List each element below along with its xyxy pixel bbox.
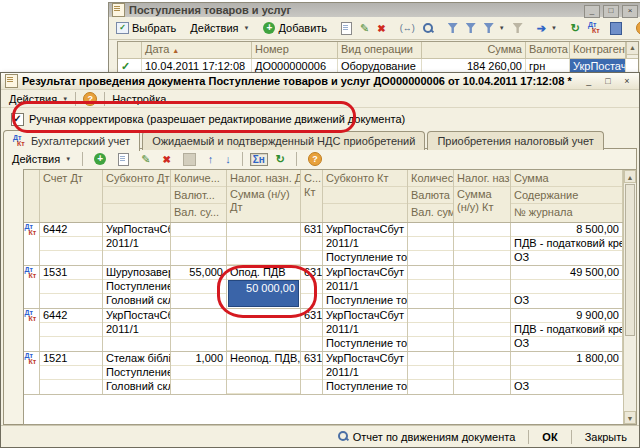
minimize-button[interactable]: _	[584, 5, 600, 18]
cell-tax-dt[interactable]: Неопод. ПДВ, ...	[227, 352, 301, 394]
cell-tax-dt[interactable]	[227, 309, 301, 351]
cell-account-dt[interactable]: 1521	[40, 352, 103, 394]
cell-account-kt[interactable]: 631	[301, 309, 323, 351]
cell-account-kt[interactable]: 631	[301, 352, 323, 394]
maximize-button[interactable]: □	[603, 5, 619, 18]
cell-account-dt[interactable]: 6442	[40, 223, 103, 265]
cell-sum[interactable]: 8 500,00 ПДВ - податковий кре... ОЗ	[511, 223, 623, 265]
copy-button[interactable]	[337, 20, 356, 37]
ok-button[interactable]: ОК	[538, 430, 561, 444]
select-button[interactable]: ✓ Выбрать	[112, 20, 180, 36]
tab-vat-expected[interactable]: Ожидаемый и подтвержденный НДС приобрете…	[142, 131, 425, 150]
table-row[interactable]: ДтКт 1531 Шурупозавертач Поступление то.…	[24, 266, 636, 309]
table-row[interactable]: ДтКт 6442 УкрПостачСбут 2011/1 631 УкрПо…	[24, 223, 636, 266]
delete-button[interactable]: ✖	[373, 21, 389, 36]
cell-tax-kt[interactable]	[454, 309, 511, 351]
movements-report-button[interactable]: Отчет по движениям документа	[334, 430, 520, 444]
cell-subconto-dt[interactable]: УкрПостачСбут 2011/1	[103, 309, 171, 351]
cell-subconto-kt[interactable]: УкрПостачСбут 2011/1 Поступление това...	[323, 352, 408, 394]
cell-sum[interactable]: 1 800,00 ОЗ	[511, 352, 623, 394]
result-window-titlebar[interactable]: Результат проведения документа Поступлен…	[1, 73, 639, 90]
cell-sum[interactable]: 49 500,00 ОЗ	[511, 266, 623, 308]
edit-button[interactable]: ✎	[137, 152, 154, 167]
header-tax-purpose-kt[interactable]: Налог. наз...	[454, 170, 510, 187]
minimize-button[interactable]: _	[581, 76, 597, 88]
cell-qty-dt[interactable]: 55,000	[171, 266, 227, 308]
header-cur-sum-dt[interactable]: Вал. су...	[171, 204, 226, 221]
close-button[interactable]: ×	[619, 76, 635, 88]
row-status-column[interactable]	[118, 42, 142, 58]
column-contragent[interactable]: Контрагент	[570, 42, 626, 58]
header-tax-purpose-dt[interactable]: Налог. назн. Дт	[227, 170, 300, 187]
column-sum[interactable]: Сумма	[422, 42, 526, 58]
cell-subconto-kt[interactable]: УкрПостачСбут 2011/1 Поступление това...	[323, 223, 408, 265]
settings-button[interactable]: Настройка...	[108, 91, 179, 107]
move-down-button[interactable]: ↓	[221, 152, 235, 167]
cell-sum[interactable]: 9 900,00 ПДВ - податковий кре... ОЗ	[511, 309, 623, 351]
disabled-button[interactable]	[179, 151, 200, 168]
journal-button[interactable]	[606, 20, 626, 37]
delete-button[interactable]: ✖	[158, 152, 174, 167]
output-list-button[interactable]: ➔▼	[533, 21, 561, 36]
header-content[interactable]: Содержание	[511, 187, 622, 204]
actions-menu-button[interactable]: Действия ▼	[186, 20, 253, 36]
close-button[interactable]: ×	[622, 5, 638, 18]
column-date[interactable]: Дата▲	[142, 42, 252, 58]
cell-qty-kt[interactable]	[408, 266, 454, 308]
manual-adjustment-checkbox[interactable]: ✓	[11, 113, 24, 126]
filter-button[interactable]	[462, 21, 480, 35]
help-button[interactable]: ?	[79, 90, 101, 108]
column-operation[interactable]: Вид операции	[338, 42, 422, 58]
cell-tax-kt[interactable]	[454, 223, 511, 265]
cell-subconto-kt[interactable]: УкрПостачСбут 2011/1 Поступление това...	[323, 266, 408, 308]
add-button[interactable]: + Добавить	[259, 20, 331, 36]
cell-subconto-kt[interactable]: УкрПостачСбут 2011/1 Поступление това...	[323, 309, 408, 351]
refresh-button[interactable]: ↻	[567, 21, 584, 36]
clear-filter-button[interactable]	[509, 21, 527, 35]
filter-settings-button[interactable]	[444, 21, 462, 35]
cell-account-kt[interactable]: 631	[301, 223, 323, 265]
cell-qty-kt[interactable]	[408, 309, 454, 351]
grid-scrollbar[interactable]: ▲ ▼	[623, 170, 636, 424]
cell-subconto-dt[interactable]: Стелаж бібліотеч... Поступление то... Го…	[103, 352, 171, 394]
fit-columns-button[interactable]: (↔)	[396, 21, 419, 35]
cell-tax-kt[interactable]	[454, 352, 511, 394]
move-up-button[interactable]: ↑	[204, 152, 218, 167]
cell-qty-dt[interactable]	[171, 223, 227, 265]
header-subconto-dt[interactable]: Субконто Дт	[103, 170, 170, 187]
scroll-up-icon[interactable]: ▲	[627, 42, 638, 55]
header-currency-kt[interactable]: Валюта Кт	[408, 187, 453, 204]
refresh-button[interactable]: ↻	[272, 152, 289, 167]
cell-account-dt[interactable]: 6442	[40, 309, 103, 351]
cell-subconto-dt[interactable]: Шурупозавертач Поступление то... Головни…	[103, 266, 171, 308]
header-subconto-dt-2[interactable]	[103, 187, 170, 204]
header-journal[interactable]: № журнала	[511, 204, 622, 221]
copy-button[interactable]	[114, 151, 133, 168]
header-subconto-kt-3[interactable]	[323, 204, 407, 221]
cell-tax-kt[interactable]	[454, 266, 511, 308]
header-subconto-dt-3[interactable]	[103, 204, 170, 221]
help-button[interactable]: ?	[304, 150, 326, 168]
help-button[interactable]: ?	[632, 19, 640, 37]
tab-tax-accounting[interactable]: Приобретения налоговый учет	[427, 131, 603, 150]
scroll-down-icon[interactable]: ▼	[624, 411, 636, 424]
header-tax-sum-kt[interactable]: Сумма (н/у) Кт	[454, 187, 510, 221]
totals-button[interactable]: Σн	[250, 153, 268, 166]
scroll-thumb[interactable]	[625, 184, 635, 336]
actions-menu-button[interactable]: Действия ▼	[8, 151, 75, 167]
table-row[interactable]: ДтКт 6442 УкрПостачСбут 2011/1 631 УкрПо…	[24, 309, 636, 352]
find-button[interactable]	[419, 21, 438, 36]
header-sum[interactable]: Сумма	[511, 170, 622, 187]
cell-qty-kt[interactable]	[408, 223, 454, 265]
scroll-up-icon[interactable]: ▲	[624, 170, 636, 183]
cell-tax-dt[interactable]: Опод. ПДВ 50 000,00 50 000,00	[227, 266, 301, 308]
cell-tax-dt[interactable]	[227, 223, 301, 265]
header-subconto-kt[interactable]: Субконто Кт	[323, 170, 407, 187]
header-cur-sum-kt[interactable]: Вал. сум...	[408, 204, 453, 221]
cell-account-kt[interactable]: 631	[301, 266, 323, 308]
edit-button[interactable]: ✎	[356, 21, 373, 36]
maximize-button[interactable]: □	[600, 76, 616, 88]
cell-account-dt[interactable]: 1531	[40, 266, 103, 308]
column-number[interactable]: Номер	[252, 42, 338, 58]
cell-qty-dt[interactable]: 1,000	[171, 352, 227, 394]
